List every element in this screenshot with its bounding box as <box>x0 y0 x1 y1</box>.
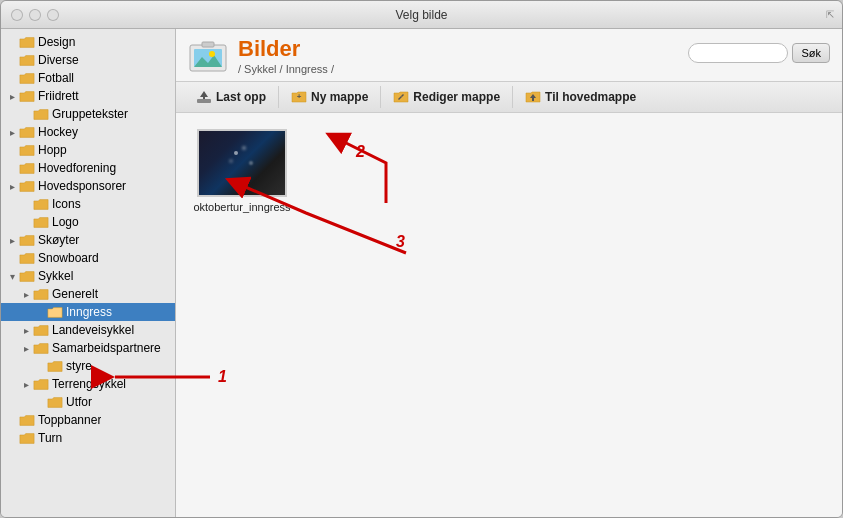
sidebar-item-logo[interactable]: Logo <box>1 213 175 231</box>
sidebar-item-design[interactable]: Design <box>1 33 175 51</box>
folder-icon-design <box>19 36 35 49</box>
svg-marker-6 <box>200 91 208 99</box>
svg-rect-4 <box>202 42 214 47</box>
sidebar-label-fotball: Fotball <box>38 71 74 85</box>
sidebar-label-hovedforening: Hovedforening <box>38 161 116 175</box>
sidebar-item-utfor[interactable]: Utfor <box>1 393 175 411</box>
folder-icon-styre <box>47 360 63 373</box>
sidebar-item-skoyeter[interactable]: ▸ Skøyter <box>1 231 175 249</box>
toolbar: Last opp + Ny mappe Rediger mappe <box>176 82 842 113</box>
last-opp-button[interactable]: Last opp <box>184 86 279 108</box>
edit-folder-icon <box>393 89 409 105</box>
search-input[interactable] <box>688 43 788 63</box>
sidebar-item-hovedforening[interactable]: Hovedforening <box>1 159 175 177</box>
ny-mappe-button[interactable]: + Ny mappe <box>279 86 381 108</box>
sidebar-label-skoyeter: Skøyter <box>38 233 79 247</box>
sidebar-item-fotball[interactable]: Fotball <box>1 69 175 87</box>
expander-samarbeidspartnere: ▸ <box>19 343 33 354</box>
breadcrumb: / Sykkel / Inngress / <box>238 63 334 75</box>
sidebar-item-landeveisykkel[interactable]: ▸ Landeveisykkel <box>1 321 175 339</box>
title-bar: Velg bilde ⇱ <box>1 1 842 29</box>
sidebar-item-hopp[interactable]: Hopp <box>1 141 175 159</box>
sidebar-label-gruppetekster: Gruppetekster <box>52 107 128 121</box>
file-area: oktobertur_inngress 2 3 <box>176 113 842 517</box>
panel-title: Bilder <box>238 37 334 61</box>
sidebar-label-hockey: Hockey <box>38 125 78 139</box>
new-folder-icon: + <box>291 89 307 105</box>
annotation-3: 3 <box>396 233 405 251</box>
expander-hockey: ▸ <box>5 127 19 138</box>
svg-point-3 <box>209 51 215 57</box>
sidebar-label-sykkel: Sykkel <box>38 269 73 283</box>
rediger-mappe-button[interactable]: Rediger mappe <box>381 86 513 108</box>
header-title-group: Bilder / Sykkel / Inngress / <box>238 37 334 75</box>
file-thumbnail <box>197 129 287 197</box>
sidebar-item-hovedsponsorer[interactable]: ▸ Hovedsponsorer <box>1 177 175 195</box>
sidebar-item-samarbeidspartnere[interactable]: ▸ Samarbeidspartnere <box>1 339 175 357</box>
sidebar-item-styre[interactable]: styre <box>1 357 175 375</box>
sidebar-label-turn: Turn <box>38 431 62 445</box>
folder-icon-toppbanner <box>19 414 35 427</box>
folder-icon-gruppetekster <box>33 108 49 121</box>
expander-friidrett: ▸ <box>5 91 19 102</box>
sidebar-item-generelt[interactable]: ▸ Generelt <box>1 285 175 303</box>
sidebar-item-icons[interactable]: Icons <box>1 195 175 213</box>
folder-icon-generelt <box>33 288 49 301</box>
expander-terrengsykkel: ▸ <box>19 379 33 390</box>
folder-icon-turn <box>19 432 35 445</box>
folder-icon-fotball <box>19 72 35 85</box>
sidebar-item-turn[interactable]: Turn <box>1 429 175 447</box>
sidebar-item-hockey[interactable]: ▸ Hockey <box>1 123 175 141</box>
folder-icon-hovedsponsorer <box>19 180 35 193</box>
svg-text:+: + <box>297 92 302 101</box>
sidebar-item-sykkel[interactable]: ▾ Sykkel <box>1 267 175 285</box>
sidebar-item-friidrett[interactable]: ▸ Friidrett <box>1 87 175 105</box>
folder-icon-landeveisykkel <box>33 324 49 337</box>
folder-icon-inngress <box>47 306 63 319</box>
header-left: Bilder / Sykkel / Inngress / <box>188 37 334 77</box>
search-area: Søk <box>688 43 830 63</box>
close-button[interactable] <box>11 9 23 21</box>
sidebar-item-inngress[interactable]: Inngress <box>1 303 175 321</box>
sidebar-label-landeveisykkel: Landeveisykkel <box>52 323 134 337</box>
folder-icon-hockey <box>19 126 35 139</box>
search-button[interactable]: Søk <box>792 43 830 63</box>
bilder-icon <box>188 37 228 77</box>
expander-sykkel: ▾ <box>5 271 19 282</box>
folder-icon-terrengsykkel <box>33 378 49 391</box>
rediger-mappe-label: Rediger mappe <box>413 90 500 104</box>
panel-header: Bilder / Sykkel / Inngress / Søk <box>176 29 842 82</box>
right-panel: Bilder / Sykkel / Inngress / Søk Last op <box>176 29 842 517</box>
sidebar-item-gruppetekster[interactable]: Gruppetekster <box>1 105 175 123</box>
sidebar-label-logo: Logo <box>52 215 79 229</box>
minimize-button[interactable] <box>29 9 41 21</box>
sidebar-label-terrengsykkel: Terrengsykkel <box>52 377 126 391</box>
last-opp-label: Last opp <box>216 90 266 104</box>
sidebar-item-snowboard[interactable]: Snowboard <box>1 249 175 267</box>
sidebar-label-snowboard: Snowboard <box>38 251 99 265</box>
maximize-button[interactable] <box>47 9 59 21</box>
expander-landeveisykkel: ▸ <box>19 325 33 336</box>
sidebar-label-toppbanner: Toppbanner <box>38 413 101 427</box>
sidebar-label-samarbeidspartnere: Samarbeidspartnere <box>52 341 161 355</box>
sidebar: Design Diverse Fotball▸ Friidrett Gruppe… <box>1 29 176 517</box>
sidebar-label-friidrett: Friidrett <box>38 89 79 103</box>
window-title: Velg bilde <box>395 8 447 22</box>
home-folder-icon <box>525 89 541 105</box>
til-hovedmappe-label: Til hovedmappe <box>545 90 636 104</box>
sidebar-item-terrengsykkel[interactable]: ▸ Terrengsykkel <box>1 375 175 393</box>
file-item[interactable]: oktobertur_inngress <box>192 129 292 213</box>
folder-icon-hopp <box>19 144 35 157</box>
sidebar-label-icons: Icons <box>52 197 81 211</box>
sidebar-item-toppbanner[interactable]: Toppbanner <box>1 411 175 429</box>
ny-mappe-label: Ny mappe <box>311 90 368 104</box>
folder-icon-icons <box>33 198 49 211</box>
resize-icon: ⇱ <box>826 9 834 20</box>
annotation-2: 2 <box>356 143 365 161</box>
folder-icon-utfor <box>47 396 63 409</box>
sidebar-item-diverse[interactable]: Diverse <box>1 51 175 69</box>
sidebar-label-hovedsponsorer: Hovedsponsorer <box>38 179 126 193</box>
til-hovedmappe-button[interactable]: Til hovedmappe <box>513 86 648 108</box>
expander-generelt: ▸ <box>19 289 33 300</box>
upload-icon <box>196 89 212 105</box>
